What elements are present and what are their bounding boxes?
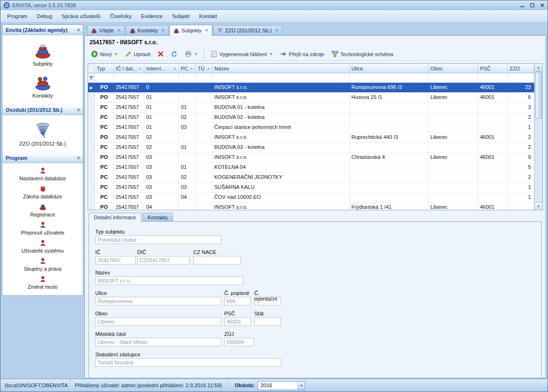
ic-input[interactable]: 25417657 bbox=[95, 256, 136, 265]
zuj-input[interactable]: 556904 bbox=[224, 338, 254, 346]
goto-sources-button[interactable]: Přejít na zdroje bbox=[277, 49, 327, 59]
new-button[interactable]: Nový▼ bbox=[88, 49, 120, 59]
c-popisne-input[interactable]: 696 bbox=[224, 297, 251, 305]
tab-vitejte[interactable]: Vítejte✕ bbox=[87, 25, 125, 35]
grid-filter-row[interactable] bbox=[88, 73, 534, 83]
maximize-button[interactable] bbox=[530, 3, 535, 8]
column-header-label: ZZO bbox=[509, 66, 520, 71]
filter-cell[interactable] bbox=[114, 73, 144, 82]
sidebar-item-prepnout-uzivatele[interactable]: Přepnout uživatele bbox=[2, 219, 83, 237]
sidebar-item-skupiny-a-prava[interactable]: Skupiny a práva bbox=[2, 255, 83, 274]
obec-input[interactable]: Liberec bbox=[95, 317, 221, 326]
filter-cell[interactable] bbox=[212, 73, 349, 82]
stat-input[interactable] bbox=[254, 317, 281, 326]
sidebar-item-zzo-201-2012-sb[interactable]: ZZO (201/2012 Sb.) bbox=[2, 117, 83, 149]
mestska-cast-input[interactable]: Liberec - Staré Město bbox=[95, 338, 221, 346]
filter-cell[interactable] bbox=[428, 73, 478, 82]
sidebar-header-envita-zakladni-agendy[interactable]: Envita (Základní agendy)» bbox=[2, 25, 83, 35]
psc-input[interactable]: 46001 bbox=[224, 317, 251, 326]
sidebar-header-program[interactable]: Program» bbox=[2, 153, 83, 163]
sidebar-item-zmenit-heslo[interactable]: Změnit heslo bbox=[2, 274, 83, 292]
filter-cell[interactable] bbox=[95, 73, 114, 82]
scroll-down-icon[interactable]: ▼ bbox=[535, 202, 542, 210]
table-row[interactable]: PC254176570102BUDOVA 02 - kotelna2 bbox=[88, 113, 534, 123]
detail-tab-detailni-informace[interactable]: Detailní informace bbox=[89, 213, 141, 222]
filter-cell[interactable] bbox=[196, 73, 212, 82]
sidebar-header-ovzdusi-201-2012-sb[interactable]: Ovzduší (201/2012 Sb.)» bbox=[2, 105, 83, 115]
table-row[interactable]: PO2541765704INISOFT s.r.o.Frýdlantská 1 … bbox=[88, 203, 534, 210]
detail-tab-kontakty[interactable]: Kontakty bbox=[142, 213, 173, 222]
sidebar-item-nastaveni-databaze[interactable]: Nastavení databáze bbox=[2, 165, 83, 183]
table-row[interactable]: PC254176570103Čerpací stanice pohonných … bbox=[88, 123, 534, 133]
column-header-pc[interactable]: PC▲ bbox=[179, 64, 196, 73]
table-row[interactable]: PC254176570201BUDOVA 03 - kotelna2 bbox=[88, 143, 534, 153]
generate-report-button[interactable]: Vygenerovat hlášení▼ bbox=[208, 49, 276, 59]
tab-subjekty[interactable]: Subjekty✕ bbox=[169, 25, 212, 36]
table-row[interactable]: PO2541765703INISOFT s.r.o.Chrastavská 4L… bbox=[88, 153, 534, 163]
dic-input[interactable]: CZ25417657 bbox=[137, 256, 189, 265]
column-header-zzo[interactable]: ZZO bbox=[508, 64, 534, 73]
filter-cell[interactable] bbox=[349, 73, 428, 82]
sidebar-item-uzivatele-systemu[interactable]: Uživatelé systému bbox=[2, 237, 83, 255]
tab-kontakty[interactable]: Kontakty✕ bbox=[126, 25, 169, 35]
sidebar-item-subjekty[interactable]: Subjekty bbox=[2, 37, 83, 69]
column-header-nazev[interactable]: Název bbox=[212, 64, 349, 73]
tab-close-icon[interactable]: ✕ bbox=[275, 28, 279, 33]
column-header-psc[interactable]: PSČ bbox=[478, 64, 508, 73]
close-button[interactable] bbox=[540, 3, 545, 8]
table-row[interactable]: PC254176570304ČOV nad 10000 EO1 bbox=[88, 193, 534, 203]
table-row[interactable]: PO2541765702INISOFT s.r.o.Ruprechtická 4… bbox=[88, 133, 534, 143]
table-row[interactable]: PC254176570301KOTELNA 045 bbox=[88, 163, 534, 173]
collapse-chevron-icon[interactable]: » bbox=[75, 108, 81, 111]
column-header-obec[interactable]: Obec bbox=[428, 64, 478, 73]
typ-subjektu-input[interactable]: Právnická osoba bbox=[95, 235, 221, 244]
table-row[interactable]: PC254176570303SUŠÁRNA KALU1 bbox=[88, 183, 534, 193]
menu-subjekt[interactable]: Subjekt bbox=[167, 11, 194, 21]
filter-cell[interactable] bbox=[144, 73, 179, 82]
scrollbar-thumb[interactable] bbox=[535, 72, 542, 118]
vertical-scrollbar[interactable]: ▲ ▼ bbox=[534, 64, 542, 210]
menu-ciselniky[interactable]: Číselníky bbox=[105, 11, 136, 21]
period-dropdown[interactable]: 2016 ▼ bbox=[258, 381, 305, 390]
tab-close-icon[interactable]: ✕ bbox=[161, 28, 165, 33]
menu-evidence[interactable]: Evidence bbox=[136, 11, 167, 21]
statutarni-zastupce-input[interactable]: Tomáš Novotný bbox=[95, 358, 281, 367]
sidebar-item-kontakty[interactable]: Kontakty bbox=[2, 69, 83, 101]
filter-cell[interactable] bbox=[179, 73, 196, 82]
dropdown-arrow-icon[interactable]: ▼ bbox=[298, 382, 305, 390]
edit-button[interactable]: Upravit bbox=[122, 49, 153, 59]
filter-cell[interactable] bbox=[478, 73, 508, 82]
table-row[interactable]: PC254176570302KOGENERAČNÍ JEDNOTKY2 bbox=[88, 173, 534, 183]
tab-zzo-201-2012-sb[interactable]: ZZO (201/2012 Sb.)✕ bbox=[213, 25, 282, 35]
sidebar-item-registrace[interactable]: Registrace bbox=[2, 201, 83, 219]
menu-kontakt[interactable]: Kontakt bbox=[194, 11, 221, 21]
ulice-input[interactable]: Rumjancevova bbox=[95, 297, 221, 305]
table-row[interactable]: PO2541765701INISOFT s.r.o.Husova 15 /1Li… bbox=[88, 93, 534, 103]
refresh-button[interactable] bbox=[168, 49, 180, 59]
column-header-ic-dat[interactable]: IČ / dat...▲ bbox=[114, 64, 144, 73]
delete-button[interactable] bbox=[155, 49, 167, 59]
collapse-chevron-icon[interactable]: » bbox=[75, 29, 81, 31]
table-row[interactable]: PC254176570101BUDOVA 01 - kotelna3 bbox=[88, 103, 534, 113]
table-row[interactable]: ▶PO254176570INISOFT s.r.o.Rumjancevova 6… bbox=[88, 83, 534, 93]
tab-close-icon[interactable]: ✕ bbox=[205, 28, 209, 33]
column-header-typ[interactable]: Typ bbox=[95, 64, 114, 73]
collapse-chevron-icon[interactable]: » bbox=[75, 157, 81, 159]
sidebar-item-zaloha-databaze[interactable]: Záloha databáze bbox=[2, 183, 83, 201]
minimize-button[interactable] bbox=[520, 3, 525, 8]
column-header-interni[interactable]: Interní...▲ bbox=[144, 64, 179, 73]
tab-close-icon[interactable]: ✕ bbox=[117, 28, 121, 33]
change-password-icon bbox=[39, 275, 47, 283]
menu-program[interactable]: Program bbox=[2, 11, 32, 21]
filter-icon-cell[interactable] bbox=[88, 73, 95, 82]
tech-schema-button[interactable]: Technologické schéma bbox=[329, 49, 396, 59]
nazev-input[interactable]: INISOFT s.r.o. bbox=[95, 276, 243, 285]
menu-sprava-uzivatelu[interactable]: Správa uživatelů bbox=[57, 11, 105, 21]
cz-nace-input[interactable] bbox=[193, 256, 241, 265]
filter-cell[interactable] bbox=[508, 73, 534, 82]
print-button[interactable]: ▼ bbox=[182, 49, 200, 59]
column-header-ulice[interactable]: Ulice bbox=[349, 64, 428, 73]
menu-debug[interactable]: Debug bbox=[32, 11, 57, 21]
scroll-up-icon[interactable]: ▲ bbox=[535, 64, 542, 71]
column-header-tu[interactable]: TÚ▲ bbox=[196, 64, 212, 73]
